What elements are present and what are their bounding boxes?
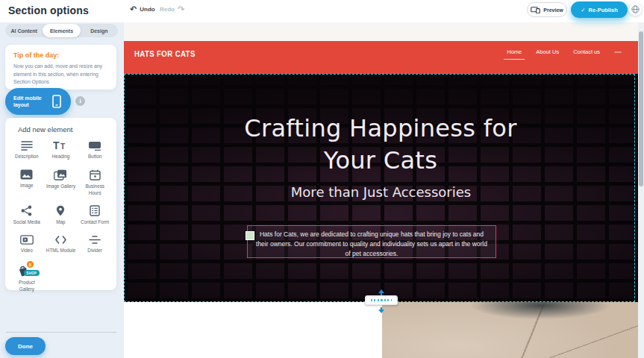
element-label: Image [20,183,34,189]
undo-button[interactable]: ↶ Undo [130,5,155,13]
tip-of-the-day-card: Tip of the day: Now you can add, move an… [5,45,116,90]
preview-button[interactable]: Preview [527,2,567,17]
nav-about-us[interactable]: About Us [536,48,559,60]
social-media-icon [21,205,32,216]
button-icon [88,140,101,151]
element-grid: Description T T Heading Button [10,140,112,293]
add-element-title: Add new element [18,125,112,134]
element-social-media[interactable]: Social Media [10,205,44,226]
element-heading[interactable]: T T Heading [44,140,78,160]
info-icon[interactable]: i [75,96,85,106]
element-label: Business Hours [79,183,110,197]
map-pin-icon [56,205,65,216]
nav-contact-us[interactable]: Contact us [573,48,600,60]
element-label: Social Media [13,219,40,226]
phone-icon [52,95,61,108]
description-icon [21,140,33,151]
html-module-icon [54,235,67,245]
element-contact-form[interactable]: Contact Form [78,205,112,226]
preview-label: Preview [543,7,563,13]
add-new-element-card: Add new element Description T T Heading [5,118,116,290]
element-label: Description [15,154,39,160]
devices-icon [531,7,540,13]
page-title: Section options [8,4,89,16]
new-badge-dot: $ [27,261,34,268]
resize-arrow-down-icon [377,307,386,313]
language-globe-button[interactable] [629,3,642,16]
section-resize-control [363,289,399,315]
site-logo[interactable]: HATS FOR CATS [134,49,196,58]
redo-icon: ↷ [178,5,184,13]
edit-mobile-label: Edit mobile layout [13,95,52,108]
tip-title: Tip of the day: [13,51,108,59]
panel-tabs: AI Content Elements Design [5,24,118,37]
next-section-image [382,302,638,358]
element-product-gallery[interactable]: SHOP $ Product Gallery [10,263,44,293]
video-icon [20,235,34,245]
redo-button[interactable]: Redo ↷ [160,5,184,13]
panel-divider [6,332,116,333]
republish-button[interactable]: ✓ Re-Publish [571,1,628,18]
resize-arrow-up-icon [377,289,386,295]
hero-paragraph-selected[interactable]: Hats for Cats, we are dedicated to craft… [247,225,496,258]
business-hours-icon [90,169,101,180]
heading-icon: T T [53,140,68,151]
element-button[interactable]: Button [78,140,112,160]
contact-form-icon [90,205,100,216]
image-icon [20,169,33,180]
element-description[interactable]: Description [10,140,44,160]
product-gallery-icon: SHOP $ [17,263,37,277]
element-label: HTML Module [46,248,75,254]
check-icon: ✓ [581,7,585,13]
resize-grip-dots [371,299,392,301]
element-label: Heading [52,154,69,160]
globe-icon [631,5,640,13]
redo-label: Redo [160,6,175,13]
element-label: Video [21,248,33,254]
element-label: Button [88,154,101,160]
shop-badge: SHOP [24,270,40,276]
element-map[interactable]: Map [44,205,78,226]
undo-icon: ↶ [130,5,137,13]
image-gallery-icon [54,169,67,180]
browser-address-bar: n1566589.websitebuilder.online/ GET YOUR… [124,22,644,41]
nav-more-icon[interactable] [614,51,622,53]
element-html-module[interactable]: HTML Module [44,235,78,254]
element-label: Image Gallery [46,183,75,190]
element-label: Contact Form [81,219,109,226]
nav-home[interactable]: Home [507,48,522,60]
tip-body: Now you can add, move and resize any ele… [13,63,108,87]
svg-text:T: T [53,140,60,151]
element-drag-handle[interactable] [246,231,254,240]
element-divider[interactable]: Divider [78,235,112,254]
hero-section[interactable]: Crafting Happiness for Your Cats More th… [124,74,638,302]
site-nav: Home About Us Contact us [507,48,622,60]
preview-scrollbar-thumb[interactable] [639,31,643,186]
undo-label: Undo [140,6,154,13]
svg-text:T: T [60,142,65,151]
site-header: HATS FOR CATS Home About Us Contact us [124,41,638,74]
element-video[interactable]: Video [10,235,44,254]
element-image[interactable]: Image [10,169,44,197]
element-label: Product Gallery [11,280,43,293]
element-image-gallery[interactable]: Image Gallery [44,169,78,197]
edit-mobile-layout-button[interactable]: Edit mobile layout [5,88,71,115]
top-bar: Section options ↶ Undo Redo ↷ Preview ✓ … [0,0,644,22]
tab-elements[interactable]: Elements [43,24,80,37]
section-resize-handle[interactable] [365,295,398,305]
tab-design[interactable]: Design [81,24,118,37]
section-options-panel: AI Content Elements Design Tip of the da… [0,21,124,358]
element-business-hours[interactable]: Business Hours [78,169,112,197]
hero-heading[interactable]: Crafting Happiness for Your Cats [224,113,537,177]
tab-ai-content[interactable]: AI Content [5,24,43,37]
element-label: Divider [87,248,102,254]
divider-icon [89,235,101,245]
done-button[interactable]: Done [5,337,46,355]
republish-label: Re-Publish [589,7,618,13]
next-section-content [124,302,382,358]
hero-subheading[interactable]: More than Just Accessories [124,184,638,200]
element-label: Map [56,219,65,226]
